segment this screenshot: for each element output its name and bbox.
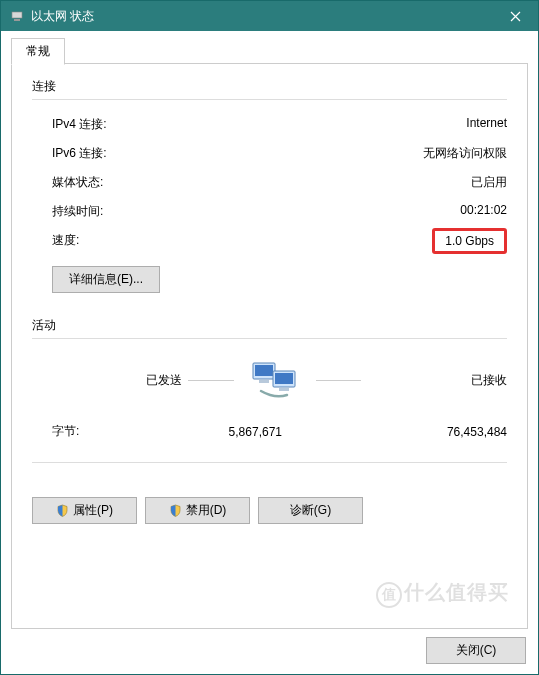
network-adapter-icon	[9, 8, 25, 24]
svg-rect-6	[275, 373, 293, 384]
ipv4-row: IPv4 连接: Internet	[32, 110, 507, 139]
diagnose-button-label: 诊断(G)	[290, 502, 331, 519]
ipv4-value: Internet	[466, 116, 507, 133]
ethernet-status-window: 以太网 状态 常规 连接 IPv4 连接: Internet IPv6 连接: …	[0, 0, 539, 675]
disable-button-label: 禁用(D)	[186, 502, 227, 519]
svg-rect-7	[279, 388, 289, 391]
activity-header: 已发送 已接收	[32, 349, 507, 405]
media-label: 媒体状态:	[52, 174, 103, 191]
ipv4-label: IPv4 连接:	[52, 116, 107, 133]
network-computers-icon	[240, 359, 310, 401]
details-button[interactable]: 详细信息(E)...	[52, 266, 160, 293]
media-row: 媒体状态: 已启用	[32, 168, 507, 197]
received-label: 已接收	[367, 372, 507, 389]
close-icon	[510, 11, 521, 22]
divider	[32, 462, 507, 463]
diagnose-button[interactable]: 诊断(G)	[258, 497, 363, 524]
duration-label: 持续时间:	[52, 203, 103, 220]
close-window-button[interactable]	[493, 1, 538, 31]
ipv6-value: 无网络访问权限	[423, 145, 507, 162]
window-title: 以太网 状态	[31, 8, 493, 25]
watermark-symbol: 值	[376, 582, 402, 608]
divider	[32, 338, 507, 339]
duration-value: 00:21:02	[460, 203, 507, 220]
shield-icon	[169, 504, 182, 517]
properties-button-label: 属性(P)	[73, 502, 113, 519]
line-right	[316, 380, 362, 381]
line-left	[188, 380, 234, 381]
bytes-received-value: 76,453,484	[352, 425, 507, 439]
tab-general[interactable]: 常规	[11, 38, 65, 65]
disable-button[interactable]: 禁用(D)	[145, 497, 250, 524]
speed-label: 速度:	[52, 232, 79, 250]
ipv6-row: IPv6 连接: 无网络访问权限	[32, 139, 507, 168]
speed-row: 速度: 1.0 Gbps	[32, 226, 507, 256]
divider	[32, 99, 507, 100]
activity-section-title: 活动	[32, 317, 507, 334]
connection-section-title: 连接	[32, 78, 507, 95]
svg-rect-0	[12, 12, 22, 18]
speed-value: 1.0 Gbps	[432, 228, 507, 254]
content-area: 常规 连接 IPv4 连接: Internet IPv6 连接: 无网络访问权限…	[1, 31, 538, 674]
properties-button[interactable]: 属性(P)	[32, 497, 137, 524]
watermark: 值什么值得买	[376, 579, 509, 608]
bytes-sent-value: 5,867,671	[124, 425, 282, 439]
titlebar[interactable]: 以太网 状态	[1, 1, 538, 31]
watermark-text: 什么值得买	[404, 581, 509, 603]
svg-rect-4	[259, 380, 269, 383]
bytes-row: 字节: 5,867,671 76,453,484	[32, 405, 507, 452]
tabs: 常规	[11, 37, 528, 63]
close-button-row: 关闭(C)	[11, 629, 528, 664]
bottom-buttons: 属性(P) 禁用(D) 诊断(G)	[32, 473, 507, 530]
bytes-label: 字节:	[52, 423, 124, 440]
close-button[interactable]: 关闭(C)	[426, 637, 526, 664]
shield-icon	[56, 504, 69, 517]
media-value: 已启用	[471, 174, 507, 191]
ipv6-label: IPv6 连接:	[52, 145, 107, 162]
svg-rect-3	[255, 365, 273, 376]
svg-rect-1	[14, 19, 20, 21]
tab-panel-general: 连接 IPv4 连接: Internet IPv6 连接: 无网络访问权限 媒体…	[11, 63, 528, 629]
sent-label: 已发送	[52, 372, 182, 389]
duration-row: 持续时间: 00:21:02	[32, 197, 507, 226]
